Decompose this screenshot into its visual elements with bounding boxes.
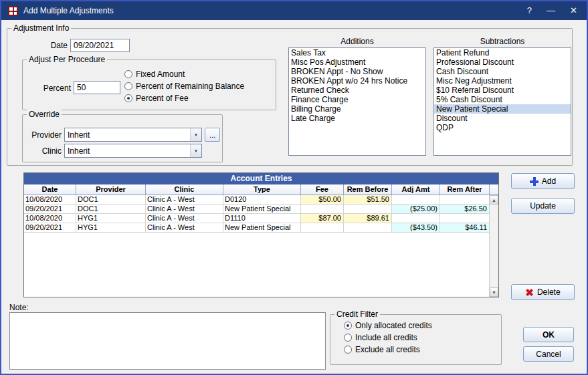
table-cell: 09/20/2021	[24, 205, 76, 214]
list-item[interactable]: $10 Referral Discount	[434, 86, 571, 95]
credit-filter-radio-option[interactable]: Only allocated credits	[344, 320, 432, 330]
additions-listbox[interactable]: Sales TaxMisc Pos AdjustmentBROKEN Appt …	[288, 47, 426, 156]
list-item[interactable]: 5% Cash Discount	[434, 95, 571, 104]
table-cell: Clinic A - West	[146, 223, 223, 233]
table-cell: $87.00	[301, 214, 344, 223]
table-cell: HYG1	[76, 223, 146, 233]
minimize-button[interactable]: —	[547, 1, 555, 20]
adjust-per-procedure-group: Adjust Per Procedure Percent Fixed Amoun…	[22, 59, 276, 110]
subtractions-label: Subtractions	[433, 37, 571, 46]
grid-body: 10/08/2020DOC1Clinic A - WestD0120$50.00…	[24, 195, 498, 233]
column-header[interactable]: Rem After	[440, 184, 490, 195]
list-item[interactable]: Returned Check	[289, 86, 425, 95]
table-cell: HYG1	[76, 214, 146, 223]
list-item[interactable]: Finance Charge	[289, 95, 425, 104]
table-cell: Clinic A - West	[146, 195, 223, 205]
table-cell: D0120	[223, 195, 301, 205]
credit-filter-radio-option[interactable]: Include all credits	[344, 332, 432, 342]
list-item[interactable]: Late Charge	[289, 114, 425, 123]
update-button[interactable]: Update	[511, 198, 575, 214]
adjust-method-radio-option[interactable]: Fixed Amount	[124, 69, 244, 79]
cancel-button[interactable]: Cancel	[523, 346, 574, 362]
list-item[interactable]: Misc Neg Adjustment	[434, 76, 571, 86]
adjust-method-radio-option[interactable]: Percent of Remaining Balance	[124, 81, 244, 91]
provider-dropdown-value: Inherit	[65, 130, 190, 140]
column-header[interactable]: Rem Before	[344, 184, 392, 195]
close-button[interactable]: ✕	[570, 1, 577, 20]
red-x-icon: ✖	[525, 287, 534, 297]
adjust-method-radio-option[interactable]: Percent of Fee	[124, 93, 244, 103]
table-cell: D1110	[223, 214, 301, 223]
radio-icon	[344, 322, 352, 330]
percent-input[interactable]	[74, 81, 120, 94]
adjust-method-radio-label: Fixed Amount	[136, 70, 185, 79]
list-item[interactable]: Cash Discount	[434, 67, 571, 76]
list-item[interactable]: BROKEN Appt - No Show	[289, 67, 425, 76]
clinic-dropdown-value: Inherit	[65, 146, 190, 156]
grid-scrollbar[interactable]: ▲ ▼	[489, 195, 498, 297]
provider-label: Provider	[25, 130, 62, 140]
list-item[interactable]: Discount	[434, 114, 571, 123]
window-controls: ? — ✕	[527, 1, 577, 20]
radio-icon	[344, 334, 352, 342]
scroll-up-icon[interactable]: ▲	[490, 195, 498, 205]
column-header[interactable]: Adj Amt	[392, 184, 440, 195]
table-cell: ($25.00)	[392, 205, 440, 214]
table-cell: $51.50	[344, 195, 392, 205]
radio-icon	[344, 346, 352, 354]
list-item[interactable]: Professional Discount	[434, 57, 571, 67]
column-header[interactable]: Type	[223, 184, 301, 195]
provider-picker-button[interactable]: ...	[205, 128, 220, 142]
adjustment-info-group-label: Adjustment Info	[11, 23, 71, 33]
list-item[interactable]: New Patient Special	[434, 104, 571, 114]
table-row[interactable]: 09/20/2021DOC1Clinic A - WestNew Patient…	[24, 205, 498, 214]
table-row[interactable]: 10/08/2020HYG1Clinic A - WestD1110$87.00…	[24, 214, 498, 223]
column-header[interactable]: Fee	[301, 184, 344, 195]
subtractions-listbox[interactable]: Patient RefundProfessional DiscountCash …	[433, 47, 571, 156]
delete-button[interactable]: ✖ Delete	[511, 284, 575, 300]
column-header[interactable]: Clinic	[146, 184, 223, 195]
table-cell: 10/08/2020	[24, 214, 76, 223]
grid-header-row: DateProviderClinicTypeFeeRem BeforeAdj A…	[24, 184, 498, 195]
list-item[interactable]: Sales Tax	[289, 48, 425, 57]
table-cell	[392, 195, 440, 205]
scroll-down-icon[interactable]: ▼	[490, 287, 498, 297]
override-group: Override Provider Inherit ▼ ... Clinic I…	[22, 114, 223, 162]
table-cell: $50.00	[301, 195, 344, 205]
column-header[interactable]: Date	[24, 184, 76, 195]
radio-icon	[124, 82, 132, 90]
ok-button[interactable]: OK	[523, 327, 574, 342]
clinic-dropdown[interactable]: Inherit ▼	[64, 144, 202, 158]
list-item[interactable]: Billing Charge	[289, 104, 425, 114]
list-item[interactable]: BROKEN Appt w/o 24 hrs Notice	[289, 76, 425, 86]
list-item[interactable]: Patient Refund	[434, 48, 571, 57]
table-cell	[440, 214, 490, 223]
radio-icon	[124, 94, 132, 102]
adjust-method-radio-group: Fixed AmountPercent of Remaining Balance…	[124, 69, 244, 103]
date-input[interactable]	[70, 39, 130, 52]
credit-filter-group-label: Credit Filter	[334, 309, 380, 319]
note-input[interactable]	[9, 312, 326, 370]
table-cell: 09/20/2021	[24, 223, 76, 233]
table-cell: $46.11	[440, 223, 490, 233]
list-item[interactable]: QDP	[434, 123, 571, 132]
list-item[interactable]: Misc Pos Adjustment	[289, 57, 425, 67]
table-cell	[392, 214, 440, 223]
table-row[interactable]: 09/20/2021HYG1Clinic A - WestNew Patient…	[24, 223, 498, 233]
help-button[interactable]: ?	[527, 1, 532, 20]
credit-filter-radio-option[interactable]: Exclude all credits	[344, 344, 432, 354]
additions-label: Additions	[288, 37, 426, 46]
provider-dropdown[interactable]: Inherit ▼	[64, 128, 202, 142]
table-row[interactable]: 10/08/2020DOC1Clinic A - WestD0120$50.00…	[24, 195, 498, 205]
override-group-label: Override	[27, 110, 62, 119]
credit-filter-radio-label: Include all credits	[355, 333, 417, 342]
window-title: Add Multiple Adjustments	[23, 6, 114, 15]
app-icon	[8, 6, 18, 16]
table-cell	[344, 205, 392, 214]
credit-filter-radio-label: Exclude all credits	[355, 345, 420, 354]
clinic-label: Clinic	[25, 146, 62, 156]
account-entries-grid: Account Entries DateProviderClinicTypeFe…	[23, 172, 499, 297]
table-cell: New Patient Special	[223, 223, 301, 233]
add-button[interactable]: Add	[511, 173, 575, 189]
column-header[interactable]: Provider	[76, 184, 146, 195]
